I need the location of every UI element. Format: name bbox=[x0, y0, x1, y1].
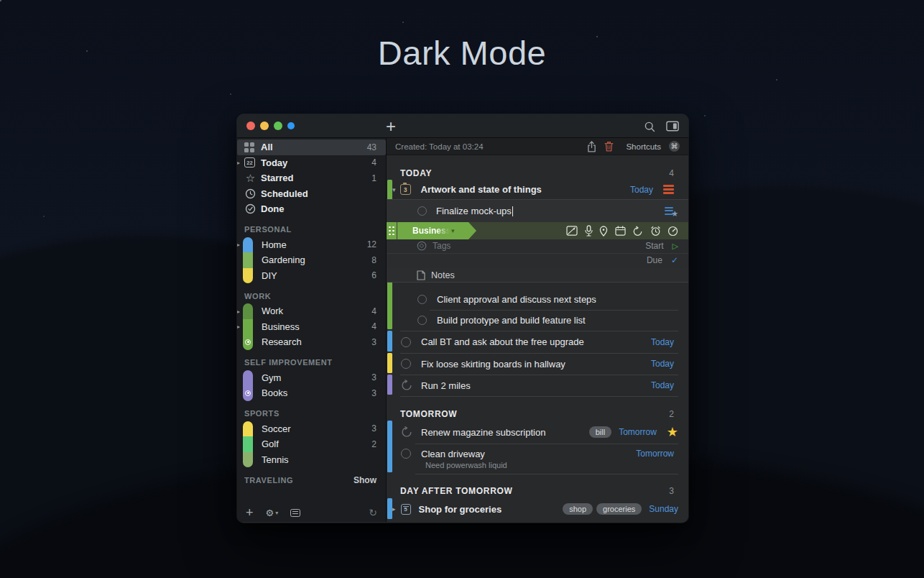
sidebar-item-scheduled[interactable]: Scheduled bbox=[237, 186, 386, 202]
search-icon[interactable] bbox=[644, 121, 655, 132]
tag-pill[interactable]: bill bbox=[589, 426, 611, 438]
zoom-button[interactable] bbox=[274, 121, 282, 130]
add-list-button[interactable]: + bbox=[246, 505, 254, 520]
list-label: Soccer bbox=[262, 423, 371, 434]
item-count: 8 bbox=[371, 255, 376, 265]
tags-placeholder[interactable]: Tags bbox=[433, 241, 451, 251]
list-color-diy bbox=[243, 268, 253, 284]
sidebar-list-soccer[interactable]: Soccer 3 bbox=[237, 421, 386, 437]
sync-button[interactable]: ↻ bbox=[369, 507, 377, 518]
drag-handle-icon[interactable] bbox=[387, 222, 397, 239]
checklist-icon: 5 bbox=[401, 504, 411, 515]
task-row-build-prototype[interactable]: Build prototype and build feature list bbox=[387, 310, 688, 331]
start-play-icon[interactable]: ▷ bbox=[673, 242, 678, 251]
task-edit-toolbar: Business ▾ bbox=[387, 222, 688, 239]
location-icon[interactable] bbox=[599, 226, 608, 237]
minimize-button[interactable] bbox=[260, 121, 269, 130]
task-title: Clean driveway bbox=[421, 449, 636, 459]
item-count: 4 bbox=[371, 306, 376, 316]
task-title: Client approval and discuss next steps bbox=[437, 294, 674, 305]
tag-pill[interactable]: shop bbox=[563, 503, 593, 515]
share-icon[interactable] bbox=[587, 141, 596, 152]
microphone-icon[interactable] bbox=[585, 225, 593, 237]
toggle-panel-icon[interactable] bbox=[666, 121, 679, 132]
gear-icon: ⚙ bbox=[266, 508, 274, 518]
sidebar-item-today[interactable]: ▸ 22 Today 4 bbox=[237, 155, 386, 171]
new-task-button[interactable]: + bbox=[380, 114, 402, 138]
repeat-icon[interactable] bbox=[632, 226, 643, 237]
alarm-icon[interactable] bbox=[650, 226, 661, 237]
due-date: Today bbox=[630, 185, 653, 195]
task-title: Artwork and state of things bbox=[421, 184, 630, 195]
task-title-input[interactable]: Finalize mock-ups bbox=[436, 206, 513, 217]
sidebar-list-gym[interactable]: Gym 3 bbox=[237, 370, 386, 386]
list-view-button[interactable] bbox=[290, 509, 300, 517]
created-timestamp: Created: Today at 03:24 bbox=[395, 142, 484, 151]
sidebar-item-done[interactable]: Done bbox=[237, 201, 386, 217]
group-title: WORK bbox=[244, 292, 271, 301]
traffic-lights bbox=[246, 121, 295, 130]
sidebar-item-label: Starred bbox=[261, 173, 371, 183]
task-checkbox[interactable] bbox=[401, 449, 411, 459]
task-row-client-approval[interactable]: Client approval and discuss next steps bbox=[387, 288, 688, 310]
task-row-run-2-miles[interactable]: Run 2 miles Today bbox=[387, 375, 688, 396]
project-count: 3 bbox=[404, 186, 407, 193]
show-group-button[interactable]: Show bbox=[354, 475, 376, 485]
due-date: Tomorrow bbox=[636, 449, 674, 459]
chevron-down-icon[interactable]: ▾ bbox=[392, 186, 396, 193]
starred-icon[interactable]: ★ bbox=[667, 426, 678, 439]
item-count: 6 bbox=[371, 270, 376, 280]
task-actions-icon[interactable]: ★ bbox=[665, 206, 677, 216]
sidebar-list-home[interactable]: ▸ Home 12 bbox=[237, 237, 386, 253]
task-checkbox[interactable] bbox=[401, 337, 411, 347]
task-row-clean-driveway[interactable]: Clean driveway Tomorrow Need powerwash l… bbox=[387, 444, 688, 474]
section-count: 4 bbox=[669, 168, 674, 178]
sidebar-list-business[interactable]: ▸ Business 4 bbox=[237, 319, 386, 335]
sidebar-list-books[interactable]: Books 3 bbox=[237, 385, 386, 401]
task-checkbox[interactable] bbox=[417, 295, 427, 304]
sidebar-list-research[interactable]: Research 3 bbox=[237, 334, 386, 350]
note-icon bbox=[417, 270, 425, 280]
close-button[interactable] bbox=[246, 121, 255, 130]
task-row-fix-skirting[interactable]: Fix loose skirting boards in hallway Tod… bbox=[387, 353, 688, 375]
title-bar[interactable]: + bbox=[237, 114, 688, 138]
calendar-icon[interactable] bbox=[615, 226, 626, 236]
sidebar-list-golf[interactable]: Golf 2 bbox=[237, 436, 386, 452]
notes-row[interactable]: Notes bbox=[387, 268, 688, 283]
repeat-task-checkbox[interactable] bbox=[401, 380, 412, 391]
task-checkbox[interactable] bbox=[417, 316, 427, 325]
due-date: Today bbox=[651, 380, 674, 390]
list-label: Business bbox=[262, 321, 371, 332]
task-row-shop-groceries[interactable]: ▸ 5 Shop for groceries shop groceries Su… bbox=[387, 498, 688, 520]
task-checkbox[interactable] bbox=[417, 206, 427, 216]
chevron-right-icon[interactable]: ▸ bbox=[392, 505, 396, 513]
app-window: + All 43 ▸ 22 Today 4 ☆ bbox=[237, 114, 688, 523]
tag-pill[interactable]: groceries bbox=[596, 503, 642, 515]
task-row-artwork[interactable]: ▾ 3 Artwork and state of things Today bbox=[387, 180, 688, 200]
sidebar-list-gardening[interactable]: Gardening 8 bbox=[237, 252, 386, 268]
task-checkbox[interactable] bbox=[401, 359, 411, 369]
task-row-finalize-editing[interactable]: Finalize mock-ups ★ bbox=[387, 200, 688, 222]
item-count: 12 bbox=[367, 239, 376, 249]
sidebar-list-tennis[interactable]: Tennis bbox=[237, 452, 386, 468]
star-outline-icon: ☆ bbox=[244, 173, 257, 183]
shortcuts-button[interactable]: Shortcuts bbox=[626, 142, 661, 151]
settings-button[interactable]: ⚙▾ bbox=[266, 508, 279, 518]
list-label: Work bbox=[262, 306, 371, 316]
list-assignment-flag[interactable]: Business ▾ bbox=[397, 222, 476, 239]
list-color-golf bbox=[243, 436, 253, 452]
item-count: 1 bbox=[371, 173, 376, 183]
repeat-task-checkbox[interactable] bbox=[401, 426, 412, 438]
sidebar-list-work[interactable]: ▸ Work 4 bbox=[237, 303, 386, 319]
task-row-renew-magazine[interactable]: Renew magazine subscription bill Tomorro… bbox=[387, 421, 688, 444]
timer-icon[interactable] bbox=[667, 226, 678, 237]
sidebar-item-starred[interactable]: ☆ Starred 1 bbox=[237, 170, 386, 186]
trash-icon[interactable] bbox=[604, 141, 614, 152]
image-icon[interactable] bbox=[566, 226, 578, 236]
task-row-call-bt[interactable]: Call BT and ask about the free upgrade T… bbox=[387, 331, 688, 353]
task-list: TODAY 4 ▾ 3 Artwork and state of things … bbox=[387, 155, 688, 522]
sidebar-list-diy[interactable]: DIY 6 bbox=[237, 268, 386, 284]
sidebar-item-all[interactable]: All 43 bbox=[237, 139, 386, 155]
due-check-icon[interactable]: ✓ bbox=[671, 255, 678, 265]
sidebar-toolbar: + ⚙▾ ↻ bbox=[237, 503, 386, 522]
